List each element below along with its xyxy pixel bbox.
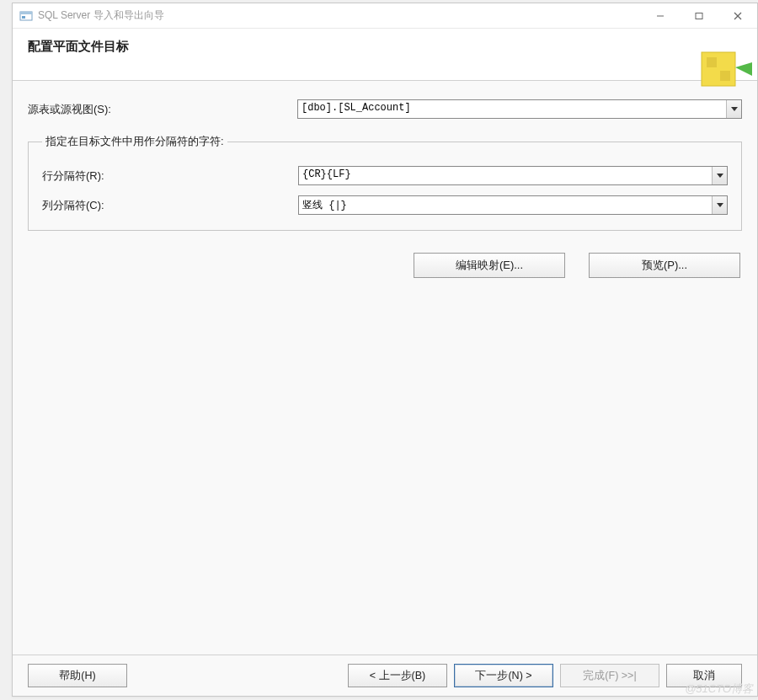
row-delimiter-value: {CR}{LF} bbox=[299, 167, 712, 184]
col-delimiter-value: 竖线 {|} bbox=[299, 196, 712, 214]
action-row: 编辑映射(E)... 预览(P)... bbox=[28, 248, 742, 283]
col-delimiter-combo[interactable]: 竖线 {|} bbox=[298, 195, 728, 215]
delimiter-group: 指定在目标文件中用作分隔符的字符: 行分隔符(R): {CR}{LF} 列分隔符… bbox=[28, 134, 742, 231]
chevron-down-icon[interactable] bbox=[726, 100, 741, 118]
page-title: 配置平面文件目标 bbox=[28, 39, 742, 55]
col-delimiter-label: 列分隔符(C): bbox=[42, 198, 298, 213]
row-delimiter-label: 行分隔符(R): bbox=[42, 168, 298, 184]
wizard-content: 源表或源视图(S): [dbo].[SL_Account] 指定在目标文件中用作… bbox=[13, 81, 757, 655]
chevron-down-icon[interactable] bbox=[712, 167, 727, 184]
svg-marker-10 bbox=[735, 62, 752, 76]
svg-rect-4 bbox=[696, 13, 702, 19]
source-table-value: [dbo].[SL_Account] bbox=[298, 100, 726, 118]
back-button[interactable]: < 上一步(B) bbox=[348, 664, 447, 687]
svg-marker-12 bbox=[717, 174, 723, 178]
edit-mapping-button[interactable]: 编辑映射(E)... bbox=[414, 253, 565, 278]
svg-marker-11 bbox=[731, 107, 738, 111]
next-button[interactable]: 下一步(N) > bbox=[454, 664, 553, 687]
source-table-label: 源表或源视图(S): bbox=[28, 102, 297, 117]
app-icon bbox=[19, 9, 33, 23]
wizard-art-icon bbox=[685, 40, 752, 103]
wizard-header: 配置平面文件目标 bbox=[13, 29, 757, 81]
cancel-button[interactable]: 取消 bbox=[666, 664, 742, 687]
titlebar: SQL Server 导入和导出向导 bbox=[13, 3, 757, 29]
source-table-row: 源表或源视图(S): [dbo].[SL_Account] bbox=[28, 99, 742, 119]
delimiter-group-legend: 指定在目标文件中用作分隔符的字符: bbox=[42, 134, 227, 149]
row-delimiter-row: 行分隔符(R): {CR}{LF} bbox=[42, 166, 728, 185]
window-title: SQL Server 导入和导出向导 bbox=[38, 8, 164, 23]
close-button[interactable] bbox=[718, 3, 757, 29]
chevron-down-icon[interactable] bbox=[712, 196, 727, 214]
col-delimiter-row: 列分隔符(C): 竖线 {|} bbox=[42, 195, 728, 215]
maximize-button[interactable] bbox=[680, 3, 718, 29]
svg-rect-1 bbox=[20, 12, 32, 14]
wizard-window: SQL Server 导入和导出向导 配置平面文件目标 源表或 bbox=[12, 3, 758, 697]
svg-marker-13 bbox=[717, 203, 723, 207]
help-button[interactable]: 帮助(H) bbox=[28, 664, 127, 687]
finish-button: 完成(F) >>| bbox=[560, 664, 659, 687]
row-delimiter-combo[interactable]: {CR}{LF} bbox=[298, 166, 728, 185]
wizard-footer: 帮助(H) < 上一步(B) 下一步(N) > 完成(F) >>| 取消 bbox=[13, 655, 757, 696]
svg-rect-9 bbox=[720, 71, 730, 81]
svg-rect-8 bbox=[707, 57, 717, 67]
minimize-button[interactable] bbox=[641, 3, 680, 29]
svg-rect-2 bbox=[22, 16, 25, 19]
source-table-combo[interactable]: [dbo].[SL_Account] bbox=[297, 99, 742, 119]
preview-button[interactable]: 预览(P)... bbox=[589, 253, 740, 278]
